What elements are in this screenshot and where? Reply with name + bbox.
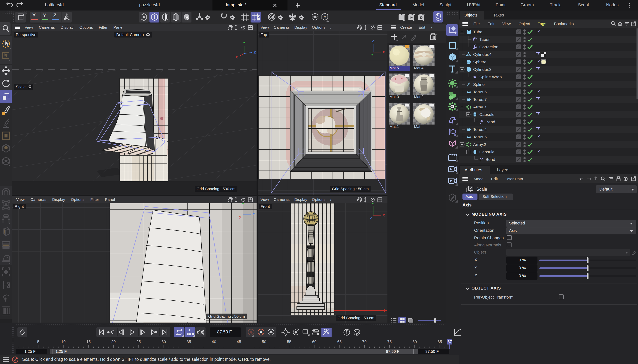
svg-text:65: 65: [337, 340, 342, 344]
svg-text:Sphere: Sphere: [473, 60, 486, 64]
svg-text:50: 50: [262, 340, 266, 344]
svg-text:Torus.5: Torus.5: [473, 135, 487, 139]
svg-text:Torus.6: Torus.6: [473, 90, 487, 94]
svg-text:Z: Z: [370, 216, 372, 220]
svg-text:Y: Y: [242, 203, 244, 206]
svg-text:Cylinder.4: Cylinder.4: [473, 52, 492, 57]
svg-text:80: 80: [412, 340, 417, 344]
svg-text:Array.2: Array.2: [473, 142, 486, 147]
svg-text:Z: Z: [254, 50, 256, 54]
svg-text:X: X: [239, 215, 241, 220]
svg-text:5: 5: [37, 340, 40, 344]
svg-text:A: A: [188, 328, 190, 332]
svg-text:Torus.7: Torus.7: [473, 97, 487, 102]
svg-text:40: 40: [212, 340, 216, 344]
svg-text:Spline: Spline: [473, 82, 484, 87]
svg-text:Capsule: Capsule: [479, 150, 494, 154]
svg-text:A: A: [260, 330, 262, 334]
svg-text:55: 55: [287, 340, 291, 344]
svg-text:20: 20: [111, 340, 116, 344]
svg-text:70: 70: [362, 340, 366, 344]
svg-text:Correction: Correction: [479, 45, 498, 49]
svg-text:60: 60: [312, 340, 316, 344]
svg-text:Spline Wrap: Spline Wrap: [479, 75, 502, 79]
svg-text:10: 10: [61, 340, 66, 344]
svg-text:Bend: Bend: [486, 157, 495, 162]
svg-text:Z: Z: [252, 213, 255, 217]
svg-text:X: X: [382, 50, 385, 54]
svg-text:Y: Y: [371, 53, 374, 57]
svg-text:Taper: Taper: [479, 37, 490, 42]
svg-text:45: 45: [237, 340, 241, 344]
svg-text:Capsule: Capsule: [479, 112, 494, 117]
svg-text:Y: Y: [243, 41, 245, 45]
svg-text:25: 25: [136, 340, 141, 344]
svg-text:Cylinder.3: Cylinder.3: [473, 67, 492, 72]
svg-text:30: 30: [162, 340, 166, 344]
svg-text:Y: Y: [372, 203, 374, 206]
svg-text:A: A: [324, 14, 326, 19]
svg-text:Array.3: Array.3: [473, 105, 486, 109]
svg-text:15: 15: [86, 340, 90, 344]
svg-text:X: X: [382, 213, 385, 217]
svg-text:75: 75: [387, 340, 392, 344]
svg-text:85: 85: [438, 340, 442, 344]
svg-text:87: 87: [448, 340, 452, 344]
svg-text:X: X: [236, 55, 238, 59]
svg-text:Tube: Tube: [473, 30, 482, 34]
svg-text:Bend: Bend: [486, 120, 495, 124]
svg-text:Torus.4: Torus.4: [473, 127, 487, 132]
svg-text:35: 35: [186, 340, 191, 344]
svg-text:Z: Z: [372, 39, 374, 43]
